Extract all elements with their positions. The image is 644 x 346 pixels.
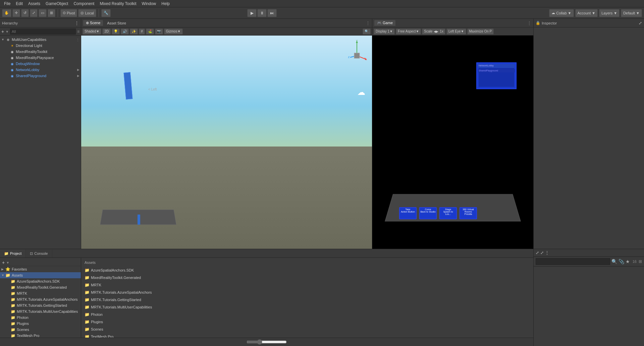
- hierarchy-search-input[interactable]: [10, 28, 76, 35]
- transform-tool-button[interactable]: ⊞: [48, 9, 55, 17]
- scene-search-button[interactable]: 🔍: [363, 28, 371, 35]
- console-tab[interactable]: ⊡ Console: [26, 249, 52, 257]
- main-mrtkmodern-item[interactable]: 📁 MRTK.Tutorials.MultiUserCapabilities: [83, 303, 531, 311]
- main-mrtkaz-item[interactable]: 📁 MRTK.Tutorials.AzureSpatialAnchors: [83, 289, 531, 296]
- scale-tool-button[interactable]: ⤢: [30, 9, 38, 17]
- main-plugins-item[interactable]: 📁 Plugins: [83, 318, 531, 326]
- scene-tab[interactable]: ⊕ Scene: [83, 20, 103, 26]
- game-display-dropdown[interactable]: Display 1 ▼: [374, 28, 395, 35]
- project-grid-icon[interactable]: ⊞: [639, 259, 642, 264]
- multiuser-expand-icon: ▼: [1, 38, 5, 41]
- gizmos-dropdown[interactable]: Gizmos ▼: [164, 28, 183, 35]
- collab-dropdown[interactable]: ☁ Collab ▼: [549, 9, 574, 17]
- hierarchy-filter-icon[interactable]: ≡: [77, 29, 79, 34]
- main-mrtkgen-item[interactable]: 📁 MixedRealityToolkit.Generated: [83, 274, 531, 281]
- local-dropdown[interactable]: ◎ Local: [78, 9, 96, 17]
- main-mrtk-item[interactable]: 📁 MRTK: [83, 281, 531, 289]
- scene-light-button[interactable]: 💡: [112, 28, 120, 35]
- rect-tool-button[interactable]: ▭: [39, 9, 47, 17]
- move-tool-button[interactable]: ✛: [12, 9, 20, 17]
- menu-help[interactable]: Help: [159, 0, 172, 7]
- main-photon-item[interactable]: 📁 Photon: [83, 311, 531, 318]
- hierarchy-item-multiuser[interactable]: ▼ ⊕ MultiUserCapabilities ⋮: [0, 37, 81, 43]
- main-azure-sdk-item[interactable]: 📁 AzureSpatialAnchors.SDK: [83, 267, 531, 274]
- project-assets-item[interactable]: ▼ 📁 Assets: [0, 272, 81, 278]
- project-mrtkmodern-item[interactable]: 📁 MRTK.Tutorials.MultiUserCapabilities: [0, 308, 81, 314]
- hierarchy-item-mrtk[interactable]: ◉ MixedRealityToolkit: [0, 49, 81, 55]
- scene-nav-button[interactable]: ⛳: [146, 28, 154, 35]
- project-photon-item[interactable]: 📁 Photon: [0, 314, 81, 321]
- game-header-options[interactable]: ⋮: [527, 21, 531, 25]
- scene-grid-button[interactable]: #: [139, 28, 145, 35]
- project-mrtk-item[interactable]: 📁 MRTK: [0, 290, 81, 296]
- play-button[interactable]: ▶: [247, 9, 257, 17]
- project-tab[interactable]: 📁 Project: [0, 249, 26, 257]
- mrtk-label: MixedRealityToolkit: [16, 50, 47, 54]
- menu-file[interactable]: File: [1, 0, 13, 7]
- project-add-icon[interactable]: +: [2, 260, 5, 265]
- account-dropdown[interactable]: Account ▼: [575, 9, 598, 17]
- project-zoom-slider[interactable]: [247, 339, 287, 345]
- main-mrtkgetting-item[interactable]: 📁 MRTK.Tutorials.GettingStarted: [83, 296, 531, 303]
- scene-camera-button[interactable]: 📷: [155, 28, 163, 35]
- hierarchy-item-networklobby[interactable]: ◉ NetworkLobby ▶: [0, 67, 81, 73]
- project-add-arrow-icon[interactable]: ▼: [6, 261, 9, 265]
- scene-fx-button[interactable]: ✨: [130, 28, 138, 35]
- project-azure-sdk-item[interactable]: 📁 AzureSpatialAnchors.SDK: [0, 278, 81, 284]
- game-eye-dropdown[interactable]: Left Eye ▼: [446, 28, 466, 35]
- pause-button[interactable]: ⏸: [257, 9, 267, 17]
- inspector-expand-icon[interactable]: ⤢: [639, 21, 642, 25]
- project-textmesh-item[interactable]: 📁 TextMesh Pro: [0, 333, 81, 338]
- project-panel-expand-icon[interactable]: ⤢: [536, 250, 539, 255]
- hierarchy-arrow-icon[interactable]: ▼: [5, 30, 9, 34]
- game-scale-control[interactable]: Scale ◀▶ 1x: [422, 28, 445, 35]
- game-card-4[interactable]: 360 Virtual Rooms Presilla: [460, 207, 477, 219]
- hand-tool-button[interactable]: ✋: [2, 9, 11, 17]
- hierarchy-item-sharedplayground[interactable]: ◉ SharedPlayground ▶: [0, 73, 81, 79]
- menu-gameobject[interactable]: GameObject: [43, 0, 71, 7]
- layers-dropdown[interactable]: Layers ▼: [599, 9, 620, 17]
- project-favorites-item[interactable]: ▶ ⭐ Favorites: [0, 266, 81, 272]
- scene-2d-button[interactable]: 2D: [102, 28, 111, 35]
- shading-dropdown[interactable]: Shaded ▼: [83, 28, 101, 35]
- project-search-input[interactable]: [536, 258, 610, 265]
- scene-audio-button[interactable]: 🔊: [121, 28, 129, 35]
- project-mrtkaz-item[interactable]: 📁 MRTK.Tutorials.AzureSpatialAnchors: [0, 296, 81, 302]
- menu-edit[interactable]: Edit: [13, 0, 25, 7]
- game-card-2[interactable]: Come Back to Studio: [419, 207, 437, 219]
- layout-dropdown[interactable]: Default ▼: [621, 9, 642, 17]
- asset-store-tab[interactable]: Asset Store: [104, 20, 129, 26]
- game-aspect-dropdown[interactable]: Free Aspect ▼: [396, 28, 421, 35]
- hierarchy-plus-icon[interactable]: +: [1, 29, 4, 34]
- project-scenes-item[interactable]: 📁 Scenes: [0, 327, 81, 333]
- main-textmesh-item[interactable]: 📁 TextMesh Pro: [83, 333, 531, 338]
- menu-mixed-reality[interactable]: Mixed Reality Toolkit: [97, 0, 139, 7]
- hierarchy-item-directional-light[interactable]: ☀ Directional Light: [0, 43, 81, 49]
- menu-component[interactable]: Component: [71, 0, 97, 7]
- hierarchy-item-mrtkplayspace[interactable]: ◉ MixedRealityPlayspace: [0, 55, 81, 61]
- project-panel-expand2-icon[interactable]: ⤢: [540, 250, 544, 255]
- menu-assets[interactable]: Assets: [25, 0, 43, 7]
- card1-line1: Take: [400, 208, 416, 211]
- snap-button[interactable]: 🔧: [101, 9, 111, 17]
- main-scenes-item[interactable]: 📁 Scenes: [83, 326, 531, 333]
- project-mrtkgetting-item[interactable]: 📁 MRTK.Tutorials.GettingStarted: [0, 302, 81, 308]
- project-bookmark-icon[interactable]: 📎: [619, 259, 624, 264]
- game-card-1[interactable]: Take Action Button: [399, 207, 417, 219]
- game-card-3[interactable]: Stage Spawn to Los...: [439, 207, 457, 219]
- game-maximize-button[interactable]: Maximize On P: [467, 28, 494, 35]
- project-search-icon-btn[interactable]: 🔍: [611, 259, 617, 264]
- multiuser-more-icon[interactable]: ⋮: [76, 38, 79, 42]
- project-panel-options-icon[interactable]: ⋮: [545, 250, 549, 255]
- step-button[interactable]: ⏭: [267, 9, 277, 17]
- scene-header-options[interactable]: ⋮: [366, 21, 370, 25]
- game-tab[interactable]: 🎮 Game: [374, 20, 395, 26]
- hierarchy-options-icon[interactable]: ⋮: [75, 21, 79, 25]
- project-plugins-item[interactable]: 📁 Plugins: [0, 321, 81, 327]
- project-star-icon[interactable]: ★: [626, 259, 630, 264]
- rotate-tool-button[interactable]: ↺: [21, 9, 29, 17]
- menu-window[interactable]: Window: [139, 0, 159, 7]
- project-mrtkgen-item[interactable]: 📁 MixedRealityToolkit.Generated: [0, 284, 81, 290]
- hierarchy-item-debugwindow[interactable]: ◉ DebugWindow: [0, 61, 81, 67]
- pivot-dropdown[interactable]: ⊙ Pivot: [60, 9, 77, 17]
